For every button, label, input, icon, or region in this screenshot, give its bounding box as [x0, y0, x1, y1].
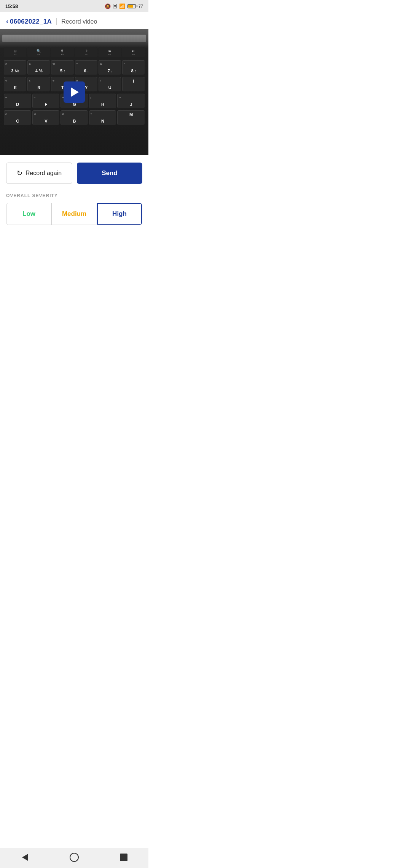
header-divider [56, 18, 57, 25]
action-buttons: ↻ Record again Send [0, 155, 148, 190]
header-subtitle: Record video [61, 18, 97, 25]
back-button[interactable]: ‹ 06062022_1A [6, 18, 52, 26]
send-button[interactable]: Send [77, 163, 142, 184]
back-chevron-icon: ‹ [6, 18, 8, 26]
severity-medium-button[interactable]: Medium [52, 203, 97, 225]
battery-indicator: 77 [127, 4, 143, 8]
record-again-label: Record again [25, 170, 62, 177]
record-again-button[interactable]: ↻ Record again [6, 163, 72, 184]
severity-high-button[interactable]: High [97, 203, 142, 225]
header-title: 06062022_1A [10, 18, 52, 26]
status-icons: 🔕 ⊠ 📶 77 [105, 3, 143, 9]
video-preview[interactable]: ⊞F3 🔍F4 🎙F5 ☽F6 ⏮F7 ⏯F8 #3 № $4 % %5 : ^… [0, 29, 148, 155]
severity-low-button[interactable]: Low [6, 203, 52, 225]
play-icon [71, 88, 79, 97]
severity-section-label: OVERALL SEVERITY [6, 193, 142, 198]
wifi-icon: 📶 [119, 3, 125, 9]
refresh-icon: ↻ [17, 169, 22, 177]
status-time: 15:58 [5, 3, 18, 9]
battery-level: 77 [139, 4, 143, 8]
sim-icon: ⊠ [113, 4, 116, 8]
mute-icon: 🔕 [105, 3, 111, 9]
page-header: ‹ 06062022_1A Record video [0, 12, 148, 29]
status-bar: 15:58 🔕 ⊠ 📶 77 [0, 0, 148, 12]
play-button[interactable] [64, 81, 85, 103]
severity-options: Low Medium High [6, 203, 142, 225]
severity-section: OVERALL SEVERITY Low Medium High [0, 190, 148, 233]
